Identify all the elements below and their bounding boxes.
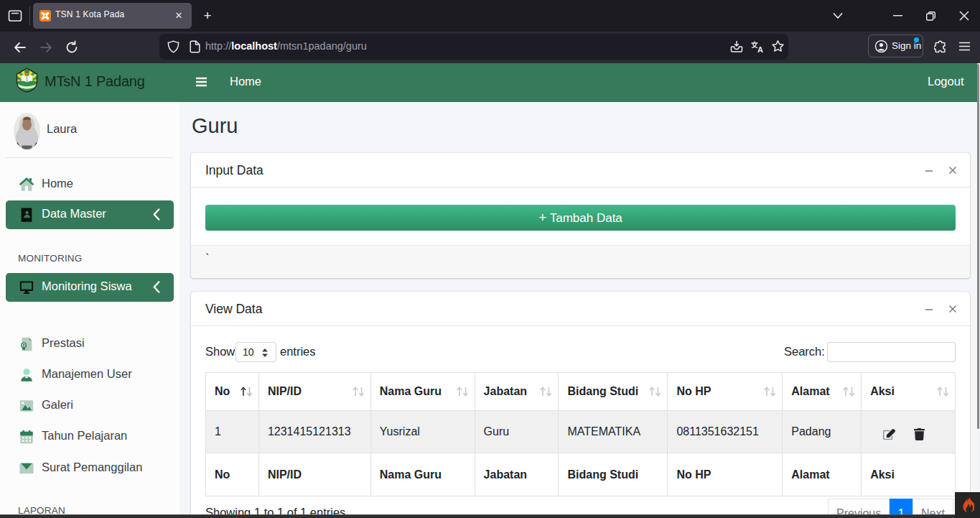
svg-text:A: A xyxy=(757,45,763,54)
